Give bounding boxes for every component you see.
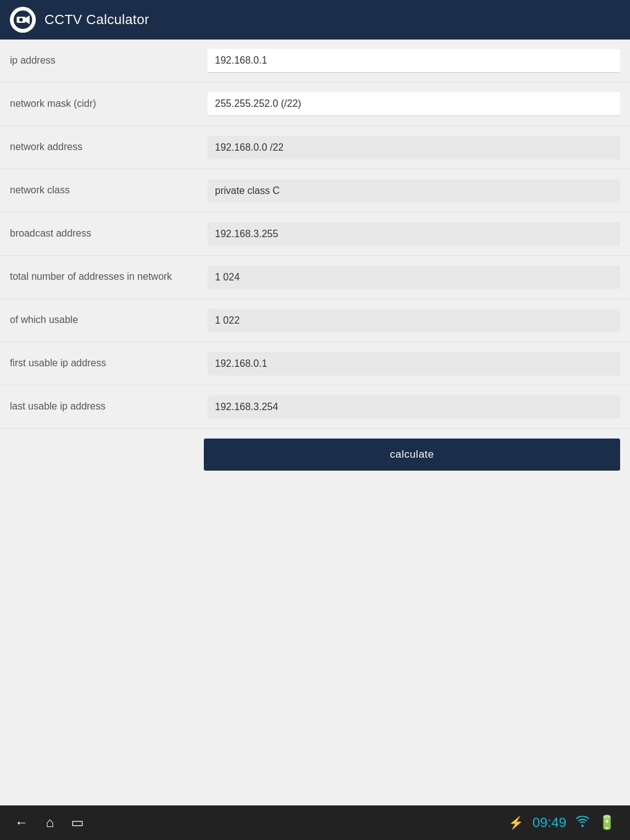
- broadcast-address-row: broadcast address 192.168.3.255: [0, 212, 630, 256]
- calculate-button[interactable]: calculate: [204, 439, 620, 471]
- usb-icon: ⚡: [508, 815, 524, 830]
- network-class-label: network class: [10, 184, 208, 197]
- svg-point-3: [19, 18, 23, 22]
- network-address-value: 192.168.0.0 /22: [208, 136, 620, 159]
- last-usable-ip-row: last usable ip address 192.168.3.254: [0, 385, 630, 429]
- usable-addresses-label: of which usable: [10, 314, 208, 327]
- status-bar: ← ⌂ ▭ ⚡ 09:49 🔋: [0, 805, 630, 840]
- status-bar-indicators: ⚡ 09:49 🔋: [508, 815, 615, 831]
- ip-address-input[interactable]: [208, 49, 620, 73]
- network-address-label: network address: [10, 141, 208, 154]
- network-mask-row: network mask (cidr): [0, 83, 630, 126]
- first-usable-ip-row: first usable ip address 192.168.0.1: [0, 342, 630, 385]
- recents-icon[interactable]: ▭: [71, 815, 84, 831]
- broadcast-address-value: 192.168.3.255: [208, 222, 620, 246]
- network-address-row: network address 192.168.0.0 /22: [0, 126, 630, 169]
- back-icon[interactable]: ←: [15, 815, 28, 831]
- network-class-row: network class private class C: [0, 169, 630, 212]
- app-logo: [10, 7, 36, 33]
- usable-addresses-row: of which usable 1 022: [0, 299, 630, 342]
- first-usable-ip-value: 192.168.0.1: [208, 352, 620, 376]
- main-content: ip address network mask (cidr) network a…: [0, 40, 630, 805]
- home-icon[interactable]: ⌂: [46, 815, 54, 831]
- status-bar-nav: ← ⌂ ▭: [15, 815, 84, 831]
- last-usable-ip-value: 192.168.3.254: [208, 395, 620, 419]
- broadcast-address-label: broadcast address: [10, 227, 208, 240]
- wifi-icon: [575, 815, 590, 831]
- usable-addresses-value: 1 022: [208, 309, 620, 332]
- app-header: CCTV Calculator: [0, 0, 630, 40]
- total-addresses-value: 1 024: [208, 266, 620, 289]
- network-class-value: private class C: [208, 179, 620, 203]
- first-usable-ip-label: first usable ip address: [10, 357, 208, 370]
- total-addresses-label: total number of addresses in network: [10, 271, 208, 284]
- status-time: 09:49: [532, 815, 566, 831]
- last-usable-ip-label: last usable ip address: [10, 400, 208, 413]
- battery-icon: 🔋: [598, 815, 615, 831]
- network-mask-input[interactable]: [208, 92, 620, 116]
- ip-address-label: ip address: [10, 54, 208, 67]
- network-mask-label: network mask (cidr): [10, 98, 208, 111]
- ip-address-row: ip address: [0, 40, 630, 83]
- total-addresses-row: total number of addresses in network 1 0…: [0, 256, 630, 299]
- app-title: CCTV Calculator: [44, 12, 149, 28]
